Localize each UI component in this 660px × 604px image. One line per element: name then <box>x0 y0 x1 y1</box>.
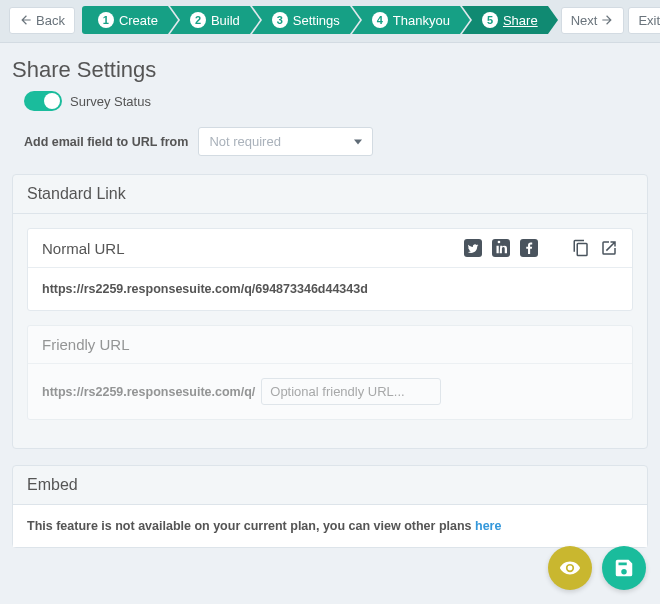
next-label: Next <box>571 13 598 28</box>
step-label: Thankyou <box>393 13 450 28</box>
eye-icon <box>559 557 581 579</box>
normal-url-heading: Normal URL <box>42 240 125 257</box>
survey-status-row: Survey Status <box>24 91 648 111</box>
step-create[interactable]: 1 Create <box>82 6 168 34</box>
standard-link-panel: Standard Link Normal URL https://rs2259. <box>12 174 648 449</box>
step-label: Share <box>503 13 538 28</box>
share-icons <box>464 239 618 257</box>
friendly-url-card: Friendly URL https://rs2259.responsesuit… <box>27 325 633 420</box>
next-button[interactable]: Next <box>561 7 625 34</box>
email-field-select[interactable]: Not required <box>198 127 373 156</box>
floating-actions <box>548 546 646 590</box>
toggle-knob <box>44 93 60 109</box>
standard-link-heading: Standard Link <box>13 175 647 214</box>
exit-button[interactable]: Exit <box>628 7 660 34</box>
step-label: Create <box>119 13 158 28</box>
step-num: 3 <box>272 12 288 28</box>
step-label: Settings <box>293 13 340 28</box>
normal-url-card: Normal URL https://rs2259.responsesuite.… <box>27 228 633 311</box>
email-field-label: Add email field to URL from <box>24 135 188 149</box>
copy-icon[interactable] <box>572 239 590 257</box>
friendly-url-prefix: https://rs2259.responsesuite.com/q/ <box>42 385 255 399</box>
step-num: 4 <box>372 12 388 28</box>
friendly-url-input[interactable] <box>261 378 441 405</box>
exit-label: Exit <box>638 13 660 28</box>
page-title: Share Settings <box>12 57 648 83</box>
survey-status-label: Survey Status <box>70 94 151 109</box>
step-label: Build <box>211 13 240 28</box>
embed-message: This feature is not available on your cu… <box>27 519 475 533</box>
open-external-icon[interactable] <box>600 239 618 257</box>
back-button[interactable]: Back <box>9 7 75 34</box>
preview-fab[interactable] <box>548 546 592 590</box>
embed-heading: Embed <box>13 466 647 505</box>
embed-panel: Embed This feature is not available on y… <box>12 465 648 548</box>
save-icon <box>613 557 635 579</box>
step-num: 1 <box>98 12 114 28</box>
twitter-icon[interactable] <box>464 239 482 257</box>
email-field-row: Add email field to URL from Not required <box>24 127 648 156</box>
survey-status-toggle[interactable] <box>24 91 62 111</box>
friendly-url-heading: Friendly URL <box>42 336 130 353</box>
top-nav: Back 1 Create 2 Build 3 Settings 4 Thank… <box>0 0 660 43</box>
embed-plans-link[interactable]: here <box>475 519 501 533</box>
step-settings[interactable]: 3 Settings <box>252 6 350 34</box>
save-fab[interactable] <box>602 546 646 590</box>
step-thankyou[interactable]: 4 Thankyou <box>352 6 460 34</box>
step-build[interactable]: 2 Build <box>170 6 250 34</box>
step-num: 5 <box>482 12 498 28</box>
main-content: Share Settings Survey Status Add email f… <box>0 43 660 560</box>
email-field-value: Not required <box>209 134 281 149</box>
step-share[interactable]: 5 Share <box>462 6 548 34</box>
step-num: 2 <box>190 12 206 28</box>
facebook-icon[interactable] <box>520 239 538 257</box>
arrow-left-icon <box>19 13 33 27</box>
back-label: Back <box>36 13 65 28</box>
linkedin-icon[interactable] <box>492 239 510 257</box>
normal-url-value: https://rs2259.responsesuite.com/q/69487… <box>42 282 368 296</box>
embed-body: This feature is not available on your cu… <box>13 505 647 547</box>
arrow-right-icon <box>600 13 614 27</box>
caret-down-icon <box>354 138 362 146</box>
wizard-steps: 1 Create 2 Build 3 Settings 4 Thankyou 5… <box>82 6 550 34</box>
